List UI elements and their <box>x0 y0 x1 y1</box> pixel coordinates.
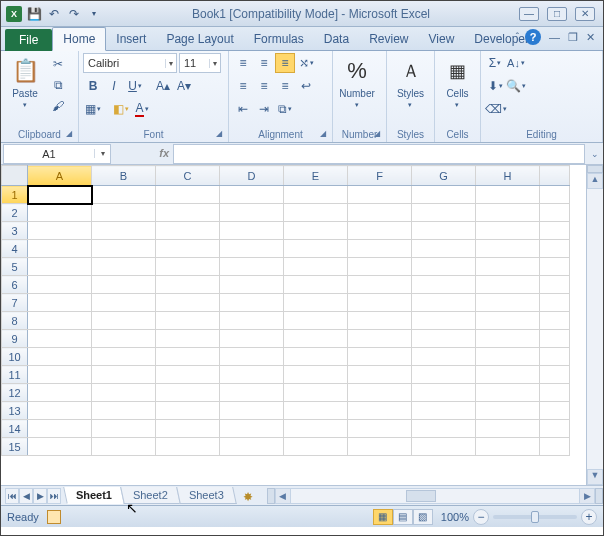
cell[interactable] <box>476 348 540 366</box>
cell[interactable] <box>92 294 156 312</box>
cell[interactable] <box>156 348 220 366</box>
cell[interactable] <box>92 240 156 258</box>
row-header[interactable]: 10 <box>2 348 28 366</box>
cell[interactable] <box>476 312 540 330</box>
row-header[interactable]: 9 <box>2 330 28 348</box>
cell[interactable] <box>348 366 412 384</box>
cell[interactable] <box>92 204 156 222</box>
tab-view[interactable]: View <box>419 28 465 50</box>
cell[interactable] <box>476 294 540 312</box>
row-header[interactable]: 6 <box>2 276 28 294</box>
cell[interactable] <box>156 330 220 348</box>
macro-record-icon[interactable] <box>47 510 61 524</box>
row-header[interactable]: 1 <box>2 186 28 204</box>
cell[interactable] <box>156 438 220 456</box>
scroll-down-icon[interactable]: ▼ <box>587 469 603 485</box>
scroll-right-icon[interactable]: ▶ <box>579 488 595 504</box>
cell[interactable] <box>412 186 476 204</box>
cell[interactable] <box>476 276 540 294</box>
cell[interactable] <box>284 204 348 222</box>
cell[interactable] <box>476 384 540 402</box>
find-select-icon[interactable]: 🔍 <box>506 76 526 96</box>
tab-data[interactable]: Data <box>314 28 359 50</box>
cell[interactable] <box>220 366 284 384</box>
cell[interactable] <box>284 240 348 258</box>
cell[interactable] <box>540 402 570 420</box>
align-right-icon[interactable]: ≡ <box>275 76 295 96</box>
cell[interactable] <box>156 186 220 204</box>
paste-button[interactable]: 📋 Paste▾ <box>5 53 45 109</box>
column-header[interactable]: H <box>476 166 540 186</box>
cell[interactable] <box>412 204 476 222</box>
column-header[interactable]: F <box>348 166 412 186</box>
cell[interactable] <box>28 402 92 420</box>
cell[interactable] <box>92 186 156 204</box>
next-sheet-icon[interactable]: ▶ <box>33 488 47 504</box>
cell[interactable] <box>348 222 412 240</box>
cell[interactable] <box>412 294 476 312</box>
zoom-in-button[interactable]: + <box>581 509 597 525</box>
cell[interactable] <box>28 240 92 258</box>
row-header[interactable]: 7 <box>2 294 28 312</box>
cell[interactable] <box>540 294 570 312</box>
row-header[interactable]: 13 <box>2 402 28 420</box>
cell[interactable] <box>220 402 284 420</box>
maximize-button[interactable]: □ <box>547 7 567 21</box>
cell[interactable] <box>28 312 92 330</box>
save-icon[interactable]: 💾 <box>25 5 43 23</box>
row-header[interactable]: 4 <box>2 240 28 258</box>
autosum-button[interactable]: Σ <box>485 53 505 73</box>
cell[interactable] <box>540 384 570 402</box>
wrap-text-icon[interactable]: ↩ <box>296 76 316 96</box>
workbook-minimize-icon[interactable]: — <box>547 31 562 44</box>
namebox-dropdown-icon[interactable]: ▾ <box>94 149 110 158</box>
cell[interactable] <box>412 312 476 330</box>
cell[interactable] <box>348 258 412 276</box>
cell[interactable] <box>284 312 348 330</box>
vertical-scrollbar[interactable]: ▲ ▼ <box>586 165 603 485</box>
column-header[interactable] <box>540 166 570 186</box>
hscroll-track[interactable] <box>291 488 579 504</box>
cell[interactable] <box>412 330 476 348</box>
cell[interactable] <box>284 402 348 420</box>
decrease-indent-icon[interactable]: ⇤ <box>233 99 253 119</box>
cell[interactable] <box>476 204 540 222</box>
tab-review[interactable]: Review <box>359 28 418 50</box>
vscroll-track[interactable] <box>587 189 603 469</box>
cell[interactable] <box>540 204 570 222</box>
cell[interactable] <box>348 276 412 294</box>
row-header[interactable]: 5 <box>2 258 28 276</box>
cell[interactable] <box>412 240 476 258</box>
cell[interactable] <box>92 402 156 420</box>
format-painter-icon[interactable]: 🖌 <box>48 97 68 115</box>
row-header[interactable]: 14 <box>2 420 28 438</box>
row-header[interactable]: 12 <box>2 384 28 402</box>
row-header[interactable]: 11 <box>2 366 28 384</box>
align-left-icon[interactable]: ≡ <box>233 76 253 96</box>
cell[interactable] <box>348 384 412 402</box>
cell[interactable] <box>412 420 476 438</box>
row-header[interactable]: 8 <box>2 312 28 330</box>
cell[interactable] <box>156 420 220 438</box>
cell[interactable] <box>348 438 412 456</box>
cells-button[interactable]: ▦ Cells▾ <box>439 53 476 109</box>
cell[interactable] <box>220 186 284 204</box>
tab-insert[interactable]: Insert <box>106 28 156 50</box>
sheet-tab-1[interactable]: Sheet1 <box>63 487 125 504</box>
expand-formula-bar-icon[interactable]: ⌄ <box>587 149 603 159</box>
cell[interactable] <box>92 330 156 348</box>
row-header[interactable]: 15 <box>2 438 28 456</box>
workbook-close-icon[interactable]: ✕ <box>584 31 597 44</box>
cell[interactable] <box>220 348 284 366</box>
cell[interactable] <box>156 276 220 294</box>
cell[interactable] <box>28 438 92 456</box>
excel-icon[interactable]: X <box>5 5 23 23</box>
cell[interactable] <box>92 348 156 366</box>
orientation-icon[interactable]: ⤭ <box>296 53 316 73</box>
insert-function-icon[interactable]: fx <box>159 147 169 160</box>
cell[interactable] <box>156 240 220 258</box>
cell[interactable] <box>348 240 412 258</box>
font-color-button[interactable]: A <box>132 99 152 119</box>
zoom-slider[interactable] <box>493 515 577 519</box>
tab-formulas[interactable]: Formulas <box>244 28 314 50</box>
